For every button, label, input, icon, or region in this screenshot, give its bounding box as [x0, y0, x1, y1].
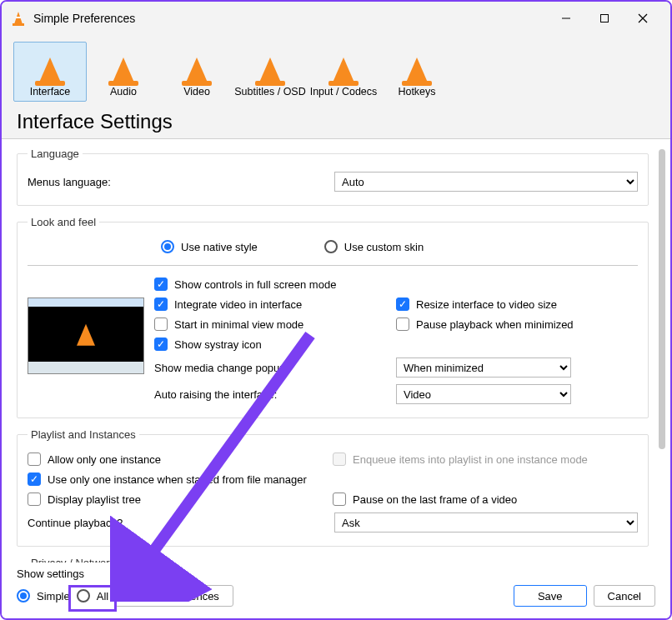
checkbox-icon [333, 452, 346, 466]
cancel-button[interactable]: Cancel [594, 585, 655, 607]
checkbox-icon [154, 278, 168, 291]
minimize-button[interactable] [547, 5, 585, 32]
checkbox-icon [154, 298, 168, 311]
group-playlist-instances: Playlist and Instances Allow only one in… [17, 428, 649, 547]
chk-label: Integrate video in interface [174, 298, 302, 311]
chk-integrate-video[interactable]: Integrate video in interface [154, 298, 396, 311]
tab-audio[interactable]: Audio [87, 42, 160, 102]
window-title: Simple Preferences [33, 12, 135, 25]
chk-allow-one-instance[interactable]: Allow only one instance [28, 452, 333, 466]
tab-label: Interface [30, 86, 71, 98]
chk-label: Pause playback when minimized [416, 318, 574, 331]
auto-raise-label: Auto raising the interface: [154, 388, 277, 401]
chk-label: Show systray icon [174, 338, 262, 351]
chk-label: Resize interface to video size [416, 298, 557, 311]
group-legend: Playlist and Instances [28, 428, 139, 441]
chk-label: Show controls in full screen mode [174, 278, 336, 291]
checkbox-icon [28, 492, 41, 506]
vlc-cone-icon [10, 10, 27, 27]
category-tabs: Interface Audio Video Subtitles / OSD In… [2, 35, 670, 102]
style-custom-option[interactable]: Use custom skin [324, 240, 424, 253]
tab-subtitles-osd[interactable]: Subtitles / OSD [233, 42, 307, 102]
titlebar: Simple Preferences [2, 2, 670, 35]
chk-label: Pause on the last frame of a video [353, 493, 517, 506]
chk-one-instance-from-fm[interactable]: Use only one instance when started from … [28, 472, 638, 486]
checkbox-icon [154, 338, 168, 351]
radio-label: Simple [37, 590, 70, 602]
chk-resize-to-video[interactable]: Resize interface to video size [396, 298, 638, 311]
tab-label: Input / Codecs [310, 86, 378, 98]
radio-icon [17, 589, 30, 602]
svg-rect-4 [601, 15, 609, 22]
radio-label: Use custom skin [344, 241, 424, 253]
tab-label: Subtitles / OSD [234, 86, 305, 98]
radio-label: Use native style [181, 241, 258, 253]
radio-label: All [97, 590, 108, 602]
tab-label: Audio [110, 86, 137, 98]
group-language: Language Menus language: Auto [17, 148, 649, 206]
chk-pause-minimized[interactable]: Pause playback when minimized [396, 318, 638, 331]
tab-hotkeys[interactable]: Hotkeys [380, 42, 454, 102]
chk-enqueue-one-instance: Enqueue items into playlist in one insta… [333, 452, 638, 466]
group-look-and-feel: Look and feel Use native style Use custo… [17, 216, 649, 418]
maximize-button[interactable] [585, 5, 624, 32]
tab-label: Video [183, 86, 210, 98]
group-legend: Look and feel [28, 216, 99, 228]
style-native-option[interactable]: Use native style [161, 240, 258, 253]
continue-playback-label: Continue playback? [28, 517, 328, 529]
radio-icon [77, 589, 90, 602]
chk-label: Allow only one instance [48, 453, 161, 466]
settings-scroll-area: Language Menus language: Auto Look and f… [2, 139, 670, 571]
checkbox-icon [396, 318, 409, 331]
continue-playback-select[interactable]: Ask [334, 512, 638, 532]
chk-label: Start in minimal view mode [174, 318, 303, 331]
scrollbar[interactable] [659, 149, 665, 449]
chk-label: Enqueue items into playlist in one insta… [353, 453, 588, 466]
radio-icon [161, 240, 174, 253]
radio-icon [324, 240, 338, 253]
auto-raise-select[interactable]: Video [396, 384, 571, 404]
show-settings-all[interactable]: All [77, 589, 108, 602]
chk-show-controls-fullscreen[interactable]: Show controls in full screen mode [154, 278, 638, 291]
page-title: Interface Settings [2, 102, 670, 139]
interface-preview [28, 298, 144, 374]
checkbox-icon [154, 318, 168, 331]
media-change-popup-select[interactable]: When minimized [396, 358, 571, 378]
svg-rect-2 [16, 17, 21, 18]
show-settings-label: Show settings [17, 568, 655, 580]
menus-language-label: Menus language: [28, 176, 328, 188]
footer: Show settings Simple All Reset Preferenc… [2, 562, 670, 618]
save-button[interactable]: Save [514, 585, 587, 607]
tab-video[interactable]: Video [160, 42, 233, 102]
checkbox-icon [28, 452, 41, 466]
show-settings-simple[interactable]: Simple [17, 589, 70, 602]
checkbox-icon [28, 472, 41, 486]
chk-show-systray[interactable]: Show systray icon [154, 338, 638, 351]
chk-label: Display playlist tree [48, 493, 141, 506]
close-button[interactable] [624, 5, 662, 32]
tab-input-codecs[interactable]: Input / Codecs [307, 42, 380, 102]
checkbox-icon [333, 492, 346, 506]
menus-language-select[interactable]: Auto [334, 172, 638, 192]
tab-label: Hotkeys [398, 86, 435, 98]
chk-display-tree[interactable]: Display playlist tree [28, 492, 333, 506]
checkbox-icon [396, 298, 409, 311]
group-legend: Language [28, 148, 83, 160]
chk-label: Use only one instance when started from … [48, 473, 307, 486]
chk-start-minimal[interactable]: Start in minimal view mode [154, 318, 396, 331]
tab-interface[interactable]: Interface [13, 42, 87, 102]
reset-preferences-button[interactable]: Reset Preferences [115, 585, 233, 607]
chk-pause-last-frame[interactable]: Pause on the last frame of a video [333, 492, 638, 506]
svg-rect-1 [13, 23, 24, 26]
media-change-popup-label: Show media change popup: [154, 362, 288, 374]
